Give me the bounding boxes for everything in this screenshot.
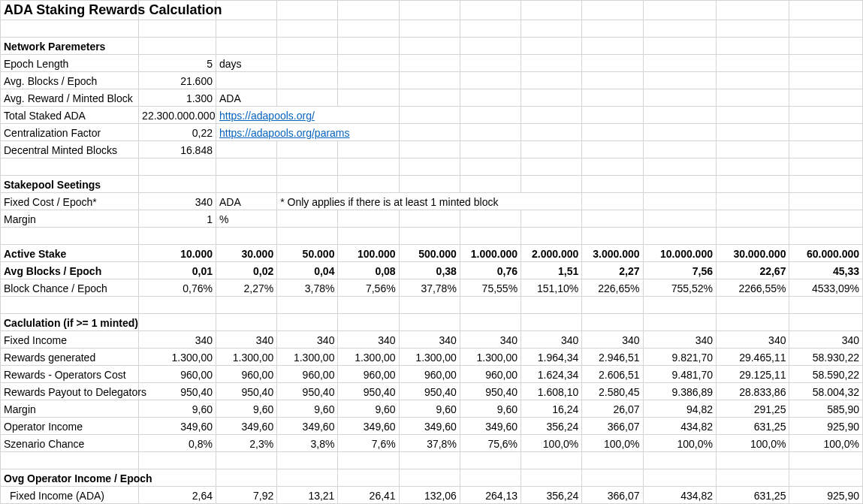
cell[interactable]: 9.386,89 — [643, 383, 716, 400]
cell[interactable]: 340 — [521, 331, 582, 349]
cell[interactable]: 340 — [460, 331, 521, 349]
cell[interactable]: 960,00 — [216, 366, 276, 383]
cell[interactable]: 37,78% — [399, 279, 460, 297]
cell[interactable]: 4533,09% — [789, 279, 863, 297]
cell[interactable]: 1.300,00 — [460, 349, 521, 366]
cell[interactable]: 1,51 — [521, 262, 582, 279]
cell[interactable]: 2,3% — [216, 435, 276, 452]
cell[interactable]: 26,41 — [338, 487, 399, 504]
cell[interactable]: 1.608,10 — [521, 383, 582, 400]
cell[interactable]: 340 — [716, 331, 789, 349]
cell[interactable]: 7,92 — [216, 487, 276, 504]
cell[interactable]: 100,0% — [789, 435, 863, 452]
cell[interactable]: 340 — [643, 331, 716, 349]
cell[interactable]: 960,00 — [277, 366, 338, 383]
cell[interactable]: 9,60 — [460, 400, 521, 418]
col-header[interactable]: 100.000 — [338, 245, 399, 262]
cell[interactable]: 7,56 — [643, 262, 716, 279]
cell[interactable]: 100,0% — [521, 435, 582, 452]
cell[interactable]: 100,0% — [716, 435, 789, 452]
cell[interactable]: 340 — [789, 331, 863, 349]
cell[interactable]: 2,27 — [582, 262, 643, 279]
cell[interactable]: 1.300,00 — [338, 349, 399, 366]
col-header[interactable]: 10.000 — [139, 245, 216, 262]
cell[interactable]: 960,00 — [139, 366, 216, 383]
cell[interactable]: 349,60 — [139, 418, 216, 435]
cell[interactable]: 340 — [139, 331, 216, 349]
val-cf[interactable]: 0,22 — [139, 124, 216, 141]
cell[interactable]: 2.580,45 — [582, 383, 643, 400]
cell[interactable]: 29.465,11 — [716, 349, 789, 366]
cell[interactable]: 100,0% — [643, 435, 716, 452]
val-staked[interactable]: 22.300.000.000 — [139, 107, 216, 124]
cell[interactable]: 950,40 — [460, 383, 521, 400]
col-header[interactable]: 2.000.000 — [521, 245, 582, 262]
val-epoch[interactable]: 5 — [139, 55, 216, 72]
cell[interactable]: 434,82 — [643, 418, 716, 435]
cell[interactable]: 26,07 — [582, 400, 643, 418]
cell[interactable]: 9,60 — [399, 400, 460, 418]
link-adapools[interactable]: https://adapools.org/ — [219, 110, 315, 122]
col-header[interactable]: 30.000.000 — [716, 245, 789, 262]
cell[interactable]: 9,60 — [216, 400, 276, 418]
cell[interactable]: 0,38 — [399, 262, 460, 279]
cell[interactable]: 340 — [582, 331, 643, 349]
cell[interactable]: 1.964,34 — [521, 349, 582, 366]
cell[interactable]: 2,27% — [216, 279, 276, 297]
cell[interactable]: 340 — [399, 331, 460, 349]
cell[interactable]: 1.624,34 — [521, 366, 582, 383]
cell[interactable]: 349,60 — [277, 418, 338, 435]
cell[interactable]: 0,04 — [277, 262, 338, 279]
cell[interactable]: 13,21 — [277, 487, 338, 504]
cell[interactable]: 950,40 — [277, 383, 338, 400]
cell[interactable]: 2.946,51 — [582, 349, 643, 366]
col-header[interactable]: 500.000 — [399, 245, 460, 262]
cell[interactable]: 356,24 — [521, 418, 582, 435]
cell[interactable]: 2266,55% — [716, 279, 789, 297]
cell[interactable]: 75,6% — [460, 435, 521, 452]
cell[interactable]: 75,55% — [460, 279, 521, 297]
col-header[interactable]: 30.000 — [216, 245, 276, 262]
cell[interactable]: 28.833,86 — [716, 383, 789, 400]
cell[interactable]: 291,25 — [716, 400, 789, 418]
spreadsheet-grid[interactable]: ADA Staking Rewards Calculation Network … — [0, 0, 863, 504]
col-header[interactable]: 3.000.000 — [582, 245, 643, 262]
val-reward[interactable]: 1.300 — [139, 89, 216, 107]
cell[interactable]: 22,67 — [716, 262, 789, 279]
val-margin[interactable]: 1 — [139, 210, 216, 228]
cell[interactable]: 2,64 — [139, 487, 216, 504]
cell[interactable]: 58.004,32 — [789, 383, 863, 400]
cell[interactable]: 100,0% — [582, 435, 643, 452]
cell[interactable]: 16,24 — [521, 400, 582, 418]
cell[interactable]: 349,60 — [216, 418, 276, 435]
cell[interactable]: 960,00 — [399, 366, 460, 383]
cell[interactable]: 349,60 — [460, 418, 521, 435]
cell[interactable]: 37,8% — [399, 435, 460, 452]
cell[interactable]: 7,6% — [338, 435, 399, 452]
cell[interactable]: 434,82 — [643, 487, 716, 504]
col-header[interactable]: 50.000 — [277, 245, 338, 262]
cell[interactable]: 3,8% — [277, 435, 338, 452]
cell[interactable]: 585,90 — [789, 400, 863, 418]
cell[interactable]: 925,90 — [789, 487, 863, 504]
cell[interactable]: 9.481,70 — [643, 366, 716, 383]
cell[interactable]: 45,33 — [789, 262, 863, 279]
cell[interactable]: 950,40 — [216, 383, 276, 400]
cell[interactable]: 631,25 — [716, 487, 789, 504]
cell[interactable]: 1.300,00 — [216, 349, 276, 366]
cell[interactable]: 366,07 — [582, 487, 643, 504]
cell[interactable]: 58.590,22 — [789, 366, 863, 383]
cell[interactable]: 340 — [216, 331, 276, 349]
cell[interactable]: 9,60 — [139, 400, 216, 418]
cell[interactable]: 0,76 — [460, 262, 521, 279]
cell[interactable]: 0,01 — [139, 262, 216, 279]
cell[interactable]: 1.300,00 — [139, 349, 216, 366]
cell[interactable]: 94,82 — [643, 400, 716, 418]
cell[interactable]: 950,40 — [399, 383, 460, 400]
cell[interactable]: 132,06 — [399, 487, 460, 504]
cell[interactable]: 3,78% — [277, 279, 338, 297]
cell[interactable]: 960,00 — [338, 366, 399, 383]
cell[interactable]: 1.300,00 — [399, 349, 460, 366]
cell[interactable]: 264,13 — [460, 487, 521, 504]
cell[interactable]: 356,24 — [521, 487, 582, 504]
